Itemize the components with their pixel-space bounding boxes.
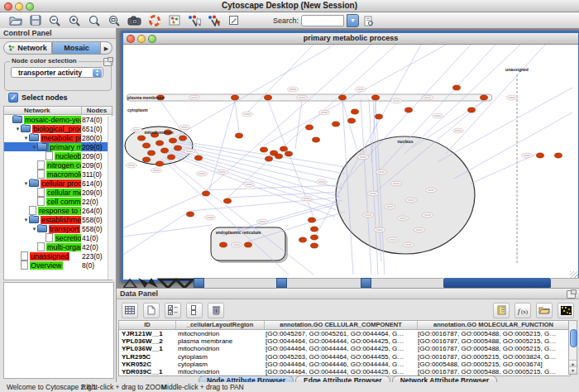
tree-item[interactable]: mosaic-demo-yeast874(0) — [4, 115, 112, 124]
table-cell: [GO:0044464, GO:0044444, GO:0044425, G… — [263, 345, 415, 352]
network-node — [309, 218, 316, 222]
background-window-fragment — [443, 278, 551, 288]
manage-network-icon[interactable] — [167, 14, 181, 26]
table-cell: YKR052C — [119, 361, 175, 368]
apply-layout-icon[interactable] — [187, 14, 201, 26]
tree-item[interactable]: cell communication22(0) — [4, 197, 112, 206]
delete-attribute-icon[interactable] — [208, 303, 224, 318]
select-nodes-checkbox[interactable]: ✓ — [8, 93, 18, 103]
annotation-icon[interactable] — [227, 14, 241, 26]
table-row[interactable]: YKR052Ccytoplasm[GO:0044464, GO:0044446,… — [119, 361, 570, 368]
column-header[interactable]: ID — [119, 321, 176, 329]
network-node — [138, 136, 146, 141]
expander-icon[interactable]: ▼ — [23, 218, 29, 222]
background-window-fragment — [196, 278, 276, 288]
expander-icon[interactable]: ▼ — [23, 181, 29, 186]
network-node — [168, 155, 175, 160]
zoom-selected-region-icon[interactable] — [88, 14, 102, 26]
network-window-title: primary metabolic process — [123, 34, 578, 42]
tree-item[interactable]: response to stimulus264(0) — [4, 206, 112, 215]
column-header[interactable]: annotation.GO CELLULAR_COMPONENT — [265, 321, 418, 329]
table-row[interactable]: YLR295Ccytoplasm[GO:0045263, GO:0044464,… — [119, 353, 570, 361]
matrix-icon[interactable] — [557, 303, 574, 318]
birds-eye-view[interactable] — [3, 282, 114, 379]
network-node — [236, 133, 243, 138]
network-view-window[interactable]: primary metabolic process plasma membran… — [121, 31, 579, 282]
background-window-fragment — [551, 278, 579, 288]
table-scrollbar[interactable]: ▲ ▼ — [568, 320, 577, 375]
tree-item-label: multi-organism pro — [46, 243, 81, 251]
attribute-table-columns[interactable]: ID_cellularLayoutRegionannotation.GO CEL… — [119, 321, 570, 330]
data-panel-float-icon[interactable] — [567, 290, 576, 299]
tree-item[interactable]: Overview8(0) — [4, 261, 112, 270]
expander-icon[interactable]: ▼ — [23, 136, 29, 141]
table-cell: YPL036W__2 — [119, 337, 175, 345]
table-cell: [GO:0016787, GO:0005215, GO:0003824, G… — [415, 353, 570, 361]
destroy-network-icon[interactable] — [207, 14, 221, 26]
network-node — [481, 95, 488, 100]
tree-item[interactable]: ▼transport558(0) — [4, 224, 112, 233]
function-builder-icon[interactable]: f(x) — [514, 303, 531, 318]
tree-item[interactable]: macromolecule me311(0) — [4, 170, 112, 179]
network-node — [187, 212, 194, 217]
tab-mosaic[interactable]: Mosaic — [52, 41, 101, 55]
table-row[interactable]: YJR121W__1mitochondrion[GO:0045267, GO:0… — [119, 330, 570, 337]
zoom-fit-icon[interactable] — [108, 14, 122, 26]
tab-network[interactable]: Network — [3, 41, 52, 55]
tree-item[interactable]: ▼establishment of lo558(0) — [4, 215, 112, 224]
table-cell: [GO:0016787, GO:0005488, GO:0005215, G… — [415, 368, 570, 375]
tree-item[interactable]: ▼primary metabolic proc209(0) — [4, 142, 112, 151]
attribute-editor-icon[interactable] — [493, 303, 510, 318]
scrollbar-thumb[interactable] — [570, 329, 577, 347]
table-cell: [GO:0044464, GO:0044446, GO:0044444, G… — [263, 361, 415, 368]
zoom-out-icon[interactable] — [48, 14, 62, 26]
network-node — [299, 237, 307, 242]
tree-item[interactable]: ▼biological_process651(0) — [4, 124, 112, 133]
network-canvas[interactable]: plasma membranecytoplasmmitochondrionnuc… — [123, 45, 573, 275]
expander-icon[interactable]: ▼ — [31, 145, 37, 150]
new-attribute-icon[interactable] — [143, 303, 160, 318]
search-options-icon[interactable] — [361, 15, 376, 27]
network-window-titlebar[interactable]: primary metabolic process — [123, 33, 578, 45]
tab-scroll-right-icon[interactable]: ▶ — [101, 41, 112, 55]
tree-item[interactable]: multi-organism pro42(0) — [4, 242, 112, 251]
help-icon[interactable] — [147, 14, 161, 26]
table-row[interactable]: YPL036W__1mitochondrion[GO:0044464, GO:0… — [119, 345, 570, 352]
attribute-table[interactable]: ID_cellularLayoutRegionannotation.GO CEL… — [118, 320, 571, 376]
tree-item-label: cell communication — [46, 198, 81, 206]
tree-item[interactable]: cellular metabolic209(0) — [4, 188, 112, 197]
table-cell: mitochondrion — [175, 345, 263, 352]
tree-scrollbar[interactable] — [108, 116, 115, 280]
folder-icon — [37, 225, 47, 232]
table-row[interactable]: YDR039C__1mitochondrion[GO:0044464, GO:0… — [119, 368, 570, 375]
tree-item[interactable]: secretion41(0) — [4, 233, 112, 242]
status-bar: Welcome to Cytoscape 2.8.1 Right-click +… — [0, 382, 579, 392]
save-icon[interactable] — [28, 14, 42, 26]
tree-item[interactable]: nitrogen compound209(0) — [4, 160, 112, 170]
network-node — [348, 118, 356, 123]
table-row[interactable]: YPL036W__2plasma membrane[GO:0044464, GO… — [119, 337, 570, 345]
zoom-in-icon[interactable] — [68, 14, 82, 26]
status-zoom-hint: Right-click + drag to ZOOM — [81, 383, 166, 391]
expander-icon[interactable]: ▼ — [31, 227, 37, 232]
tree-item[interactable]: unassigned223(0) — [4, 251, 112, 261]
import-attributes-icon[interactable] — [536, 303, 553, 318]
open-file-icon[interactable] — [8, 14, 22, 26]
tree-item[interactable]: ▼metabolic process280(0) — [4, 133, 112, 142]
table-cell: [GO:0045263, GO:0044464, GO:0044455, G… — [263, 353, 415, 361]
scroll-down-icon[interactable]: ▼ — [569, 366, 577, 374]
search-input[interactable] — [301, 15, 344, 26]
snapshot-icon[interactable] — [127, 14, 141, 26]
unselect-attributes-icon[interactable] — [186, 303, 203, 318]
network-file-icon — [45, 151, 53, 160]
node-color-dropdown[interactable]: transporter activity ▲▼ — [11, 67, 103, 78]
tree-item[interactable]: ▼cellular process614(0) — [4, 179, 112, 188]
column-header[interactable]: annotation.GO MOLECULAR_FUNCTION — [418, 321, 570, 329]
column-header[interactable]: _cellularLayoutRegion — [176, 321, 265, 329]
expander-icon[interactable]: ▼ — [15, 127, 21, 131]
search-dropdown-button[interactable]: ▼ — [347, 14, 359, 27]
attribute-grid-icon[interactable] — [122, 303, 138, 318]
tree-item[interactable]: nucleobase-contain209(0) — [4, 151, 112, 160]
select-attributes-icon[interactable] — [165, 303, 181, 318]
window-title: Cytoscape Desktop (New Session) — [0, 1, 579, 10]
